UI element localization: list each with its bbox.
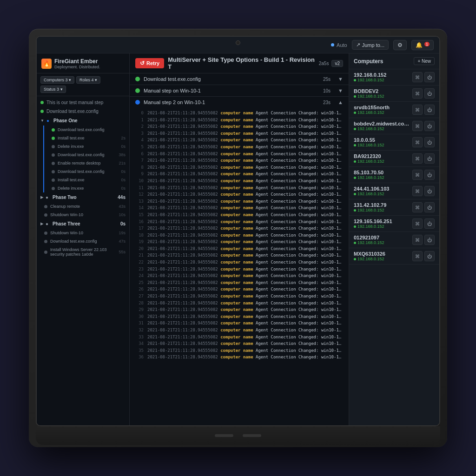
list-item[interactable]: Download test.exe.config 0s <box>44 167 129 176</box>
power-button[interactable]: ⏻ <box>424 251 435 261</box>
status-dot <box>354 144 356 146</box>
computer-name: 129.165.166.251 <box>354 218 410 224</box>
power-button[interactable]: ⏻ <box>424 153 435 164</box>
step-label: Shutdown Win-10 <box>50 212 83 217</box>
step-status-dot <box>44 205 47 208</box>
log-line: 312021-08-21T21:11:28.94555082 computer … <box>135 320 343 327</box>
log-line: 222021-08-21T21:11:28.94555082 computer … <box>135 259 343 266</box>
step-status-dot <box>44 231 47 235</box>
retry-button[interactable]: ↺ Retry <box>135 58 164 68</box>
status-dot <box>354 177 356 179</box>
step-name-1: Download test.exe.config <box>144 76 319 82</box>
power-button[interactable]: ⏻ <box>424 202 435 212</box>
terminal-button[interactable]: ⌘ <box>412 153 423 164</box>
build-timer: 2a5s <box>319 61 329 66</box>
log-line: 272021-08-21T21:11:28.94555082 computer … <box>135 293 343 300</box>
terminal-button[interactable]: ⌘ <box>412 121 423 131</box>
log-line: 172021-08-21T21:11:28.94555082 computer … <box>135 225 343 232</box>
phase-two-header[interactable]: ▶ ● Phase Two 44s <box>37 192 129 202</box>
list-item[interactable]: Enable remote desktop 21s <box>44 159 129 167</box>
computer-item[interactable]: 192.168.0.152192.168.0.152⌘⏻ <box>349 69 439 86</box>
terminal-button[interactable]: ⌘ <box>412 235 423 245</box>
log-line: 322021-08-21T21:11:28.94555082 computer … <box>135 327 343 334</box>
step-header-1[interactable]: Download test.exe.config 25s ▼ <box>130 73 349 85</box>
power-button[interactable]: ⏻ <box>424 121 435 131</box>
terminal-button[interactable]: ⌘ <box>412 186 423 196</box>
step-header-2[interactable]: Manual step on Win-10-1 10s ▼ <box>130 85 349 96</box>
terminal-button[interactable]: ⌘ <box>412 218 423 229</box>
status-dot <box>354 79 356 81</box>
log-line: 362021-08-21T21:11:28.94555082 computer … <box>135 354 343 361</box>
computer-item[interactable]: 129.165.166.251192.168.0.152⌘⏻ <box>349 216 439 232</box>
notifications-button[interactable]: 🔔 1 <box>411 40 434 50</box>
status-dot <box>354 209 356 212</box>
jump-to-button[interactable]: ↗ Jump to... <box>352 40 389 50</box>
computer-item[interactable]: BA9212320192.168.0.152⌘⏻ <box>349 151 439 167</box>
list-item[interactable]: Install Windows Server 22.103 security p… <box>37 245 129 258</box>
terminal-button[interactable]: ⌘ <box>412 72 423 82</box>
step-label: This is our test manual step <box>46 100 103 105</box>
phase-three-header[interactable]: ▶ ● Phase Three 0s <box>37 219 129 229</box>
list-item[interactable]: This is our test manual step <box>37 98 129 107</box>
list-item[interactable]: Download test.exe.config 47s <box>37 237 129 245</box>
list-item[interactable]: Install test.exe 2s <box>44 134 129 142</box>
computer-item[interactable]: 85.103.70.50192.168.0.152⌘⏻ <box>349 167 439 183</box>
list-item[interactable]: Shutdown Win-10 10s <box>37 211 129 219</box>
computer-item[interactable]: srvdb1fi5north192.168.0.152⌘⏻ <box>349 102 439 118</box>
bell-icon: 🔔 <box>416 42 423 48</box>
settings-button[interactable]: ⚙ <box>393 40 407 50</box>
step-status-dot <box>40 101 44 104</box>
log-area[interactable]: 02021-08-21T21:11:28.94555082 computer n… <box>130 108 349 426</box>
computer-item[interactable]: 131.42.102.79192.168.0.152⌘⏻ <box>349 199 439 216</box>
terminal-button[interactable]: ⌘ <box>412 105 423 115</box>
list-item[interactable]: Cleanup remote 43s <box>37 202 129 211</box>
terminal-button[interactable]: ⌘ <box>412 202 423 212</box>
log-line: 102021-08-21T21:11:28.94555082 computer … <box>135 178 343 185</box>
step-indicator <box>135 88 140 93</box>
list-item[interactable]: Download test.exe.config 38s <box>44 151 129 159</box>
step-status-dot <box>44 251 47 254</box>
filter-roles[interactable]: Roles 4 ▾ <box>76 76 100 84</box>
power-button[interactable]: ⏻ <box>424 218 435 229</box>
step-header-3[interactable]: Manual step 2 on Win-10-1 23s ▲ <box>130 97 349 108</box>
status-dot <box>354 160 356 163</box>
new-computer-button[interactable]: + New <box>414 57 435 65</box>
phase-one-header[interactable]: ▼ ● Phase One <box>37 116 129 126</box>
step-name-2: Manual step on Win-10-1 <box>144 88 319 93</box>
log-line: 52021-08-21T21:11:28.94555082 computer n… <box>135 144 343 151</box>
computer-item[interactable]: 012921097192.168.0.152⌘⏻ <box>349 232 439 248</box>
terminal-button[interactable]: ⌘ <box>412 88 423 99</box>
power-button[interactable]: ⏻ <box>424 72 435 82</box>
step-status-dot <box>52 145 55 148</box>
list-item[interactable]: Download test.exe.config <box>37 107 129 116</box>
computer-item[interactable]: bobdev2.midwest.corp.firegiant.midwest.c… <box>349 118 439 134</box>
power-button[interactable]: ⏻ <box>424 235 435 245</box>
list-item[interactable]: Delete inv.exe 0s <box>44 142 129 151</box>
terminal-button[interactable]: ⌘ <box>412 251 423 261</box>
terminal-button[interactable]: ⌘ <box>412 137 423 147</box>
computer-item[interactable]: MXQ6310326192.168.0.152⌘⏻ <box>349 248 439 264</box>
power-button[interactable]: ⏻ <box>424 105 435 115</box>
brand-name: FireGiant Ember <box>54 58 100 65</box>
log-line: 192021-08-21T21:11:28.94555082 computer … <box>135 238 343 245</box>
brand-subtitle: Deployment. Distributed. <box>54 65 100 69</box>
laptop-bottom <box>36 426 440 445</box>
list-item[interactable]: Install test.exe 0s <box>44 176 129 184</box>
power-button[interactable]: ⏻ <box>424 186 435 196</box>
computer-item[interactable]: BOBDEV2192.168.0.152⌘⏻ <box>349 86 439 102</box>
power-button[interactable]: ⏻ <box>424 170 435 180</box>
power-button[interactable]: ⏻ <box>424 137 435 147</box>
list-item[interactable]: Shutdown Win-10 19s <box>37 229 129 237</box>
terminal-button[interactable]: ⌘ <box>412 170 423 180</box>
list-item[interactable]: Delete inv.exe 0s <box>44 184 129 192</box>
filter-computers[interactable]: Computers 3 ▾ <box>40 76 74 84</box>
main-layout: 🔥 FireGiant Ember Deployment. Distribute… <box>37 53 439 426</box>
filter-status[interactable]: Status 3 ▾ <box>40 86 66 93</box>
computer-item[interactable]: 244.41.106.103192.168.0.152⌘⏻ <box>349 183 439 199</box>
list-item[interactable]: Download test.exe.config <box>44 126 129 134</box>
log-line: 282021-08-21T21:11:28.94555082 computer … <box>135 300 343 307</box>
computers-title: Computers <box>354 58 383 65</box>
computer-item[interactable]: 10.0.0.55192.168.0.152⌘⏻ <box>349 134 439 151</box>
power-button[interactable]: ⏻ <box>424 88 435 99</box>
log-line: 292021-08-21T21:11:28.94555082 computer … <box>135 306 343 313</box>
